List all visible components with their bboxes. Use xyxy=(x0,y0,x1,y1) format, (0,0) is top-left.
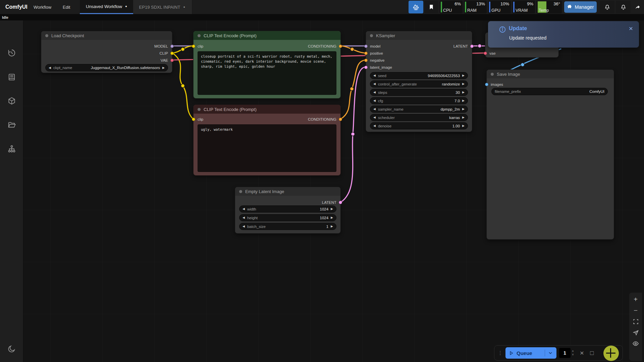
increment-icon[interactable]: ▶ xyxy=(462,99,465,102)
manager-button[interactable]: Manager xyxy=(564,1,597,13)
latent-port-dot[interactable] xyxy=(364,66,368,69)
decrement-icon[interactable]: ◀ xyxy=(243,225,245,228)
height-widget[interactable]: ◀ height 1024 ▶ xyxy=(239,214,336,221)
output-port-vae[interactable]: VAE xyxy=(161,58,174,63)
input-port-images[interactable]: images xyxy=(485,82,503,87)
node-title-bar[interactable]: Save Image xyxy=(487,70,614,78)
output-port-latent[interactable]: LATENT xyxy=(453,44,474,49)
batch-count-steppers[interactable]: ∧ ∨ xyxy=(572,350,574,356)
control-after-generate-widget[interactable]: ◀ control_after_generate randomize ▶ xyxy=(370,80,468,87)
zoom-in-button[interactable]: + xyxy=(632,295,640,303)
batch-size-widget[interactable]: ◀ batch_size 1 ▶ xyxy=(239,223,336,230)
batch-count-input[interactable]: 1 xyxy=(559,348,571,358)
node-title-bar[interactable]: KSampler xyxy=(366,31,472,40)
app-logo[interactable]: ComfyUI xyxy=(5,0,28,14)
sidebar-item-node-library[interactable] xyxy=(5,70,18,84)
node-empty-latent-image[interactable]: Empty Latent Image LATENT ◀ width 1024 ▶… xyxy=(235,187,341,234)
output-port-latent[interactable]: LATENT xyxy=(322,200,342,205)
input-port-positive[interactable]: positive xyxy=(364,51,383,56)
model-port-dot[interactable] xyxy=(364,45,368,48)
node-load-checkpoint[interactable]: Load Checkpoint MODEL CLIP VAE ◀ ckpt_na… xyxy=(41,31,172,73)
increment-icon[interactable]: ▶ xyxy=(462,116,465,119)
chevron-down-icon[interactable] xyxy=(548,350,553,356)
sidebar-item-node-map[interactable] xyxy=(5,142,18,156)
output-port-model[interactable]: MODEL xyxy=(154,44,174,49)
positive-prompt-textarea[interactable]: closeup portrait of a sci-fi warrior rob… xyxy=(198,51,336,95)
toggle-visibility-button[interactable] xyxy=(632,340,640,348)
stepper-down-icon[interactable]: ∨ xyxy=(572,353,574,356)
decrement-icon[interactable]: ◀ xyxy=(373,74,376,77)
stop-icon[interactable]: □ xyxy=(590,350,594,357)
negative-prompt-textarea[interactable]: ugly, watermark xyxy=(198,124,336,172)
increment-icon[interactable]: ▶ xyxy=(462,82,465,85)
close-icon[interactable]: × xyxy=(629,24,633,33)
decrement-icon[interactable]: ◀ xyxy=(373,108,376,111)
conditioning-port-dot[interactable] xyxy=(339,45,342,48)
scheduler-widget[interactable]: ◀ scheduler karras ▶ xyxy=(370,114,468,121)
output-port-clip[interactable]: CLIP xyxy=(159,51,174,56)
increment-icon[interactable]: ▶ xyxy=(462,91,465,94)
ckpt-name-widget[interactable]: ◀ ckpt_name Juggernaut_X_RunDiffusion.sa… xyxy=(45,64,168,71)
steps-widget[interactable]: ◀ steps 30 ▶ xyxy=(370,89,468,96)
theme-toggle-button[interactable] xyxy=(5,342,18,356)
decrement-icon[interactable]: ◀ xyxy=(243,207,245,210)
node-title-bar[interactable]: Load Checkpoint xyxy=(41,31,172,40)
node-clip-text-encode-negative[interactable]: CLIP Text Encode (Prompt) clip CONDITION… xyxy=(193,105,341,176)
node-title-bar[interactable]: Empty Latent Image xyxy=(235,187,340,196)
input-port-latent-image[interactable]: latent_image xyxy=(364,65,392,70)
bookmark-button[interactable] xyxy=(425,1,438,13)
conditioning-port-dot[interactable] xyxy=(364,59,368,62)
model-port-dot[interactable] xyxy=(170,45,174,48)
node-save-image[interactable]: Save Image images filename_prefix ComfyU… xyxy=(486,69,614,240)
increment-icon[interactable]: ▶ xyxy=(162,66,165,69)
output-port-conditioning[interactable]: CONDITIONING xyxy=(308,117,342,122)
decrement-icon[interactable]: ◀ xyxy=(373,124,376,127)
input-port-clip[interactable]: clip xyxy=(192,44,203,49)
stepper-up-icon[interactable]: ∧ xyxy=(572,350,574,353)
notification-bell-button-1[interactable] xyxy=(600,1,614,13)
drag-handle-icon[interactable]: ⋮ xyxy=(498,350,503,356)
sidebar-item-model-library[interactable] xyxy=(5,94,18,108)
cfg-widget[interactable]: ◀ cfg 7.0 ▶ xyxy=(370,97,468,104)
clip-port-dot[interactable] xyxy=(192,118,195,121)
node-title-bar[interactable]: CLIP Text Encode (Prompt) xyxy=(194,105,340,114)
filename-prefix-widget[interactable]: filename_prefix ComfyUI xyxy=(491,88,608,95)
clip-port-dot[interactable] xyxy=(192,45,195,48)
increment-icon[interactable]: ▶ xyxy=(462,108,465,111)
input-port-vae[interactable]: vae xyxy=(484,51,496,56)
input-port-clip[interactable]: clip xyxy=(192,117,203,122)
pan-mode-button[interactable] xyxy=(632,328,640,337)
seed-widget[interactable]: ◀ seed 946955064222553 ▶ xyxy=(370,72,468,79)
vae-port-dot[interactable] xyxy=(484,52,487,55)
latent-port-dot[interactable] xyxy=(339,201,342,204)
decrement-icon[interactable]: ◀ xyxy=(373,116,376,119)
increment-icon[interactable]: ▶ xyxy=(331,225,333,228)
clip-port-dot[interactable] xyxy=(170,52,174,55)
sidebar-item-queue-history[interactable] xyxy=(5,46,18,60)
output-port-conditioning[interactable]: CONDITIONING xyxy=(308,44,342,49)
increment-icon[interactable]: ▶ xyxy=(462,124,465,127)
decrement-icon[interactable]: ◀ xyxy=(49,66,51,69)
node-title-bar[interactable]: CLIP Text Encode (Prompt) xyxy=(194,31,340,40)
image-port-dot[interactable] xyxy=(485,83,488,86)
fit-view-button[interactable] xyxy=(632,317,640,325)
node-ksampler[interactable]: KSampler model positive negative latent_… xyxy=(366,31,472,132)
latent-port-dot[interactable] xyxy=(470,45,474,48)
tab-unsaved-workflow[interactable]: Unsaved Workflow ● xyxy=(80,0,133,14)
zoom-out-button[interactable]: − xyxy=(632,306,640,314)
tab-ep19-sdxl-inpaint[interactable]: EP19 SDXL INPAINT ● xyxy=(133,0,192,14)
decrement-icon[interactable]: ◀ xyxy=(373,82,376,85)
sidebar-item-workflows[interactable] xyxy=(5,118,18,132)
unsaved-dot-icon[interactable]: ● xyxy=(125,5,127,8)
increment-icon[interactable]: ▶ xyxy=(462,74,465,77)
increment-icon[interactable]: ▶ xyxy=(331,216,333,219)
input-port-model[interactable]: model xyxy=(364,44,380,49)
unsaved-dot-icon[interactable]: ● xyxy=(183,6,185,9)
menu-edit[interactable]: Edit xyxy=(63,0,70,14)
menu-workflow[interactable]: Workflow xyxy=(34,0,51,14)
notification-bell-button-2[interactable] xyxy=(616,1,631,13)
increment-icon[interactable]: ▶ xyxy=(331,207,333,210)
decrement-icon[interactable]: ◀ xyxy=(373,99,376,102)
vae-port-dot[interactable] xyxy=(170,59,174,62)
decrement-icon[interactable]: ◀ xyxy=(373,91,376,94)
